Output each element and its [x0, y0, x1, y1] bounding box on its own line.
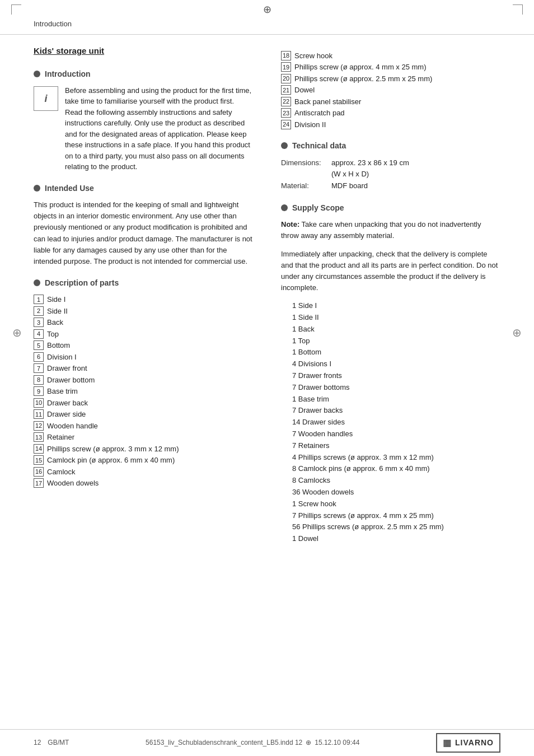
description-of-parts-heading-text: Description of parts — [45, 277, 119, 288]
list-item: 56 Phillips screws (ø approx. 2.5 mm x 2… — [292, 521, 500, 533]
part-number: 8 — [34, 375, 44, 385]
part-name: Phillips screw (ø approx. 2.5 mm x 25 mm… — [294, 73, 432, 85]
list-item: 9Base trim — [34, 386, 253, 397]
page-num: 12 — [34, 738, 41, 748]
list-item: 4 Phillips screws (ø approx. 3 mm x 12 m… — [292, 452, 500, 464]
list-item: 1 Screw hook — [292, 498, 500, 510]
crosshair-top: ⊕ — [0, 4, 534, 17]
list-item: 3Back — [34, 317, 253, 328]
part-number: 7 — [34, 363, 44, 373]
header-label: Introduction — [0, 17, 534, 32]
tech-data: Dimensions: approx. 23 x 86 x 19 cm (W x… — [281, 157, 500, 192]
technical-data-heading: Technical data — [281, 140, 500, 151]
list-item: 11Drawer side — [34, 409, 253, 420]
supply-list: 1 Side I1 Side II1 Back1 Top1 Bottom4 Di… — [292, 300, 500, 545]
dimensions-value-text: approx. 23 x 86 x 19 cm — [331, 157, 409, 169]
list-item: 10Drawer back — [34, 398, 253, 409]
list-item: 15Camlock pin (ø approx. 6 mm x 40 mm) — [34, 455, 253, 466]
note-label: Note: — [281, 220, 299, 228]
part-number: 6 — [34, 352, 44, 362]
introduction-text: Before assembling and using the product … — [65, 85, 253, 172]
livarno-icon: ▦ — [443, 736, 452, 749]
list-item: 1 Side I — [292, 300, 500, 312]
list-item: 14Phillips screw (ø approx. 3 mm x 12 mm… — [34, 444, 253, 455]
part-name: Camlock — [47, 466, 76, 478]
intended-use-text: This product is intended for the keeping… — [34, 199, 253, 267]
bullet-icon — [281, 142, 288, 149]
part-name: Side I — [47, 294, 65, 305]
list-item: 19Phillips screw (ø approx. 4 mm x 25 mm… — [281, 62, 500, 73]
list-item: 7 Drawer backs — [292, 405, 500, 417]
list-item: 7 Retainers — [292, 440, 500, 452]
dimensions-label: Dimensions: — [281, 157, 331, 181]
list-item: 21Dowel — [281, 85, 500, 96]
part-number: 19 — [281, 62, 291, 72]
left-crosshair-side: ⊕ — [12, 325, 22, 341]
corner-tl — [11, 4, 21, 15]
part-number: 13 — [34, 432, 44, 442]
part-name: Top — [47, 329, 59, 340]
dimensions-sub: (W x H x D) — [331, 169, 409, 180]
part-name: Camlock pin (ø approx. 6 mm x 40 mm) — [47, 455, 175, 466]
list-item: 8Drawer bottom — [34, 375, 253, 386]
date-info: 15.12.10 09:44 — [315, 738, 359, 748]
info-icon-box: i — [34, 86, 58, 111]
part-number: 3 — [34, 318, 44, 327]
page: ⊕ Introduction Kids' storage unit Introd… — [0, 0, 534, 756]
list-item: 16Camlock — [34, 466, 253, 478]
part-name: Antiscratch pad — [294, 108, 345, 119]
list-item: 5Bottom — [34, 340, 253, 351]
part-number: 14 — [34, 444, 44, 454]
list-item: 6Division I — [34, 352, 253, 363]
left-column: Kids' storage unit Introduction i Before… — [34, 35, 270, 555]
supply-scope-note: Note: Take care when unpacking that you … — [281, 219, 500, 241]
list-item: 7 Wooden handles — [292, 428, 500, 440]
list-item: 1 Top — [292, 335, 500, 347]
part-name: Screw hook — [294, 50, 332, 62]
main-content: Kids' storage unit Introduction i Before… — [0, 35, 534, 555]
part-number: 23 — [281, 108, 291, 118]
list-item: 17Wooden dowels — [34, 478, 253, 489]
supply-scope-heading: Supply Scope — [281, 202, 500, 213]
part-number: 10 — [34, 398, 44, 408]
list-item: 7Drawer front — [34, 363, 253, 374]
list-item: 4Top — [34, 329, 253, 340]
part-name: Dowel — [294, 85, 315, 96]
livarno-logo: ▦ LIVARNO — [436, 733, 500, 753]
part-name: Back panel stabiliser — [294, 96, 361, 108]
part-number: 15 — [34, 455, 44, 465]
list-item: 18Screw hook — [281, 50, 500, 62]
part-number: 12 — [34, 421, 44, 431]
list-item: 23Antiscratch pad — [281, 108, 500, 119]
bottom-center: 56153_liv_Schubladenschrank_content_LB5.… — [146, 738, 359, 748]
part-name: Side II — [47, 306, 68, 317]
part-number: 4 — [34, 329, 44, 339]
supply-scope-heading-text: Supply Scope — [292, 202, 344, 213]
part-name: Drawer front — [47, 363, 87, 374]
technical-data-heading-text: Technical data — [292, 140, 346, 151]
part-number: 2 — [34, 306, 44, 316]
list-item: 22Back panel stabiliser — [281, 96, 500, 108]
bottom-left: 12 GB/MT — [34, 738, 69, 748]
part-name: Bottom — [47, 340, 70, 351]
introduction-heading: Introduction — [34, 68, 253, 80]
supply-scope-section: Supply Scope Note: Take care when unpack… — [281, 202, 500, 545]
list-item: 7 Drawer bottoms — [292, 382, 500, 394]
part-name: Phillips screw (ø approx. 4 mm x 25 mm) — [294, 62, 427, 73]
bullet-icon — [34, 279, 40, 286]
list-item: 12Wooden handle — [34, 421, 253, 432]
info-icon: i — [44, 91, 47, 106]
introduction-section: Introduction i Before assembling and usi… — [34, 68, 253, 172]
info-box-row: i Before assembling and using the produc… — [34, 85, 253, 172]
part-name: Wooden handle — [47, 421, 98, 432]
description-of-parts-heading: Description of parts — [34, 277, 253, 288]
list-item: 1 Base trim — [292, 394, 500, 405]
list-item: 8 Camlocks — [292, 475, 500, 487]
material-value: MDF board — [331, 180, 368, 192]
list-item: 1 Side II — [292, 312, 500, 324]
bullet-icon — [34, 71, 40, 77]
part-name: Drawer bottom — [47, 375, 95, 386]
part-name: Wooden dowels — [47, 478, 99, 489]
part-number: 17 — [34, 478, 44, 488]
intended-use-section: Intended Use This product is intended fo… — [34, 183, 253, 267]
